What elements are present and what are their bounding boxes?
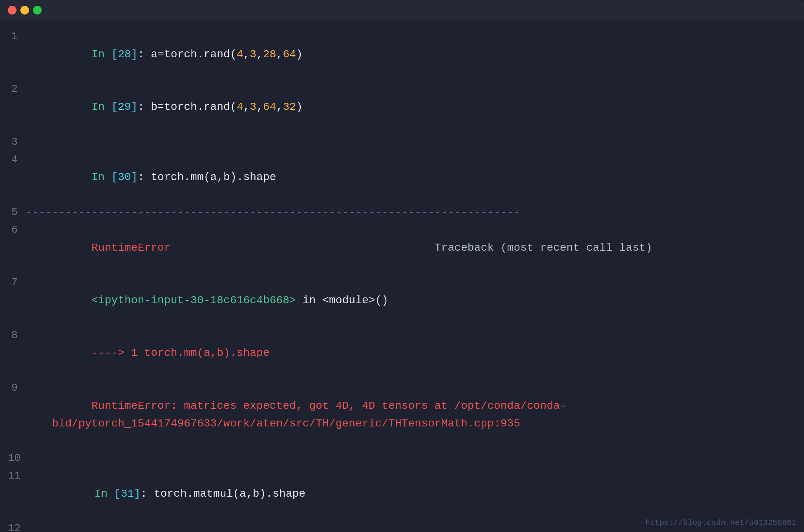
line-num-10: 10	[8, 450, 28, 467]
line-num-6: 6	[8, 222, 26, 239]
line-content-6: RuntimeError Traceback (most recent call…	[26, 222, 792, 274]
line-num-8: 8	[8, 327, 26, 344]
line-num-11: 11	[8, 468, 28, 485]
line-content-11: In [31]: torch.matmul(a,b).shape	[28, 468, 792, 520]
traffic-lights	[8, 6, 42, 15]
line-2: 2 In [29]: b=torch.rand(4,3,64,32)	[8, 81, 792, 133]
line-content-7: <ipython-input-30-18c616c4b668> in <modu…	[26, 274, 792, 327]
code-area: 1 In [28]: a=torch.rand(4,3,28,64) 2 In …	[0, 20, 804, 532]
line-5: 5 --------------------------------------…	[8, 204, 792, 222]
line-num-1: 1	[8, 28, 26, 45]
line-num-3: 3	[8, 134, 26, 151]
line-1: 1 In [28]: a=torch.rand(4,3,28,64)	[8, 28, 792, 81]
maximize-button[interactable]	[33, 6, 42, 15]
line-num-12: 12	[8, 520, 28, 532]
line-num-4: 4	[8, 151, 26, 168]
line-num-7: 7	[8, 274, 26, 291]
line-11: 11 In [31]: torch.matmul(a,b).shape	[8, 468, 792, 520]
close-button[interactable]	[8, 6, 16, 15]
line-content-5: ----------------------------------------…	[26, 204, 792, 222]
line-content-10	[28, 450, 792, 468]
line-7: 7 <ipython-input-30-18c616c4b668> in <mo…	[8, 274, 792, 327]
line-content-3	[26, 134, 792, 151]
watermark: https://blog.csdn.net/u013250861	[645, 518, 796, 527]
line-num-9: 9	[8, 380, 26, 397]
line-8: 8 ----> 1 torch.mm(a,b).shape	[8, 327, 792, 380]
line-content-9: RuntimeError: matrices expected, got 4D,…	[26, 380, 792, 450]
line-content-8: ----> 1 torch.mm(a,b).shape	[26, 327, 792, 380]
titlebar	[0, 0, 804, 20]
code-content: 1 In [28]: a=torch.rand(4,3,28,64) 2 In …	[8, 28, 792, 532]
line-content-1: In [28]: a=torch.rand(4,3,28,64)	[26, 28, 792, 81]
line-3: 3	[8, 134, 792, 151]
main-window: 1 In [28]: a=torch.rand(4,3,28,64) 2 In …	[0, 0, 804, 532]
line-content-2: In [29]: b=torch.rand(4,3,64,32)	[26, 81, 792, 133]
minimize-button[interactable]	[20, 6, 29, 15]
line-10: 10	[8, 450, 792, 468]
line-9: 9 RuntimeError: matrices expected, got 4…	[8, 380, 792, 450]
line-num-5: 5	[8, 204, 26, 221]
line-6: 6 RuntimeError Traceback (most recent ca…	[8, 222, 792, 274]
line-4: 4 In [30]: torch.mm(a,b).shape	[8, 151, 792, 204]
line-num-2: 2	[8, 81, 26, 98]
line-content-4: In [30]: torch.mm(a,b).shape	[26, 151, 792, 204]
